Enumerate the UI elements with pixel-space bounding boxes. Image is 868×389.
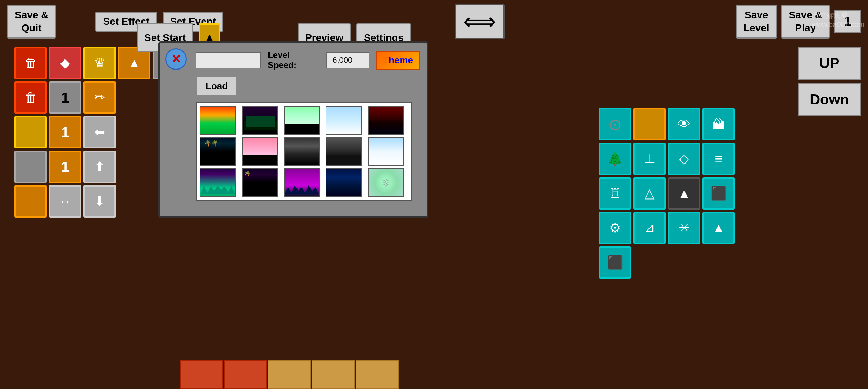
bg-thumb-9[interactable] (326, 137, 362, 166)
crate-tool-btn[interactable] (633, 108, 666, 140)
arrow-up-btn[interactable]: ⬆ (83, 151, 116, 183)
num1-btn2[interactable]: 1 (49, 151, 81, 183)
tile-brown (268, 360, 311, 389)
nav-up-button[interactable]: UP (798, 47, 861, 80)
layer-btn[interactable]: ≡ (702, 143, 735, 175)
bg-thumb-1[interactable] (200, 106, 236, 135)
delete-tool-btn[interactable]: 🗑 (14, 47, 47, 79)
tower-btn[interactable]: ♖ (599, 177, 631, 210)
bg-thumb-11[interactable] (200, 168, 236, 197)
tile-red (180, 360, 223, 389)
bg-thumb-3[interactable] (284, 106, 320, 135)
triangle3-btn[interactable]: ▲ (702, 212, 735, 244)
black-triangle-btn[interactable]: ▲ (668, 177, 700, 210)
arrow-down-btn[interactable]: ⬇ (83, 185, 116, 218)
nav-down-button[interactable]: Down (798, 83, 861, 116)
load-button[interactable]: Load (196, 76, 238, 97)
settings-modal: ✕ Level Speed: Theme Load 🌴🌴 (158, 41, 428, 218)
triangle2-btn[interactable]: △ (633, 177, 666, 210)
right-sidebar-grid: ⊙ 👁 🏔 🌲 ⊥ ◇ ≡ ♖ △ ▲ ⬛ ⚙ ⊿ ✳ ▲ ⬛ (599, 108, 735, 279)
tile-red2 (224, 360, 267, 389)
table-btn[interactable]: ⊥ (633, 143, 666, 175)
tile-brown2 (312, 360, 355, 389)
bg-thumb-13[interactable] (284, 168, 320, 197)
block-btn[interactable]: ⬛ (702, 177, 735, 210)
antenna-btn[interactable]: ⊿ (633, 212, 666, 244)
bg-thumb-8[interactable] (284, 137, 320, 166)
main-toolbar: Save &Quit Set Effect Set Event ⟺ SaveLe… (0, 0, 868, 43)
level-speed-input[interactable] (326, 52, 369, 68)
bg-thumb-10[interactable] (368, 137, 404, 166)
arrow-left-btn[interactable]: ⬅ (83, 116, 116, 148)
crown-tool-btn[interactable]: ♛ (83, 47, 116, 79)
blocks2-btn[interactable]: ⬛ (599, 246, 631, 279)
bg-thumb-7[interactable] (242, 137, 278, 166)
modal-close-button[interactable]: ✕ (165, 48, 187, 70)
bg-thumb-4[interactable] (326, 106, 362, 135)
eye-box-btn[interactable]: 👁 (668, 108, 700, 140)
nav-right-group: UP Down (798, 47, 861, 116)
pencil-tool-btn[interactable]: ✏ (83, 81, 116, 114)
bg-thumb-6[interactable]: 🌴🌴 (200, 137, 236, 166)
box-tool-btn[interactable] (14, 116, 47, 148)
arrow-lr-btn[interactable]: ↔ (49, 185, 81, 218)
ring-tool-btn[interactable]: ⊙ (599, 108, 631, 140)
bg-thumb-5[interactable] (368, 106, 404, 135)
gear-btn[interactable]: ⚙ (599, 212, 631, 244)
delete2-tool-btn[interactable]: 🗑 (14, 81, 47, 114)
gray-box-btn[interactable] (14, 151, 47, 183)
watermark: 玩知游戏网www.ba007.com (812, 11, 864, 29)
gem-tool-btn[interactable]: ◆ (49, 47, 81, 79)
save-level-button[interactable]: SaveLevel (736, 5, 777, 39)
level-name-input[interactable] (196, 52, 261, 68)
num1-gray-btn[interactable]: 1 (49, 81, 81, 114)
modal-row2: Load (196, 76, 420, 97)
num1-orange-btn[interactable]: 1 (49, 116, 81, 148)
tree-btn[interactable]: 🌲 (599, 143, 631, 175)
orange-box-btn[interactable] (14, 185, 47, 218)
theme-label: heme (389, 55, 413, 66)
save-quit-button[interactable]: Save &Quit (7, 5, 56, 39)
level-speed-label: Level Speed: (268, 50, 319, 70)
tile-brown3 (356, 360, 399, 389)
bg-thumb-14[interactable] (326, 168, 362, 197)
saw-btn[interactable]: ✳ (668, 212, 700, 244)
direction-arrow-icon[interactable]: ⟺ (455, 4, 505, 39)
background-selector-grid: 🌴🌴 🌴 ⚛ (196, 102, 412, 201)
diamond-btn[interactable]: ◇ (668, 143, 700, 175)
bg-thumb-2[interactable] (242, 106, 278, 135)
mountain-btn[interactable]: 🏔 (702, 108, 735, 140)
modal-header: Level Speed: Theme (196, 50, 420, 70)
game-tiles-bottom (180, 324, 472, 389)
theme-button[interactable]: Theme (376, 51, 420, 70)
bg-thumb-12[interactable]: 🌴 (242, 168, 278, 197)
close-icon: ✕ (171, 52, 181, 66)
bg-thumb-15[interactable]: ⚛ (368, 168, 404, 197)
